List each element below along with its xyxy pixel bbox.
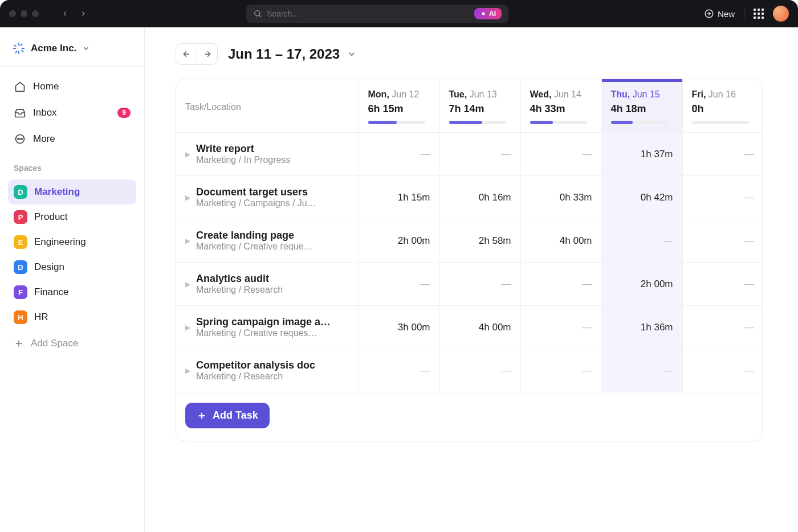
task-cell[interactable]: ▶ Spring campaign image a… Marketing / C… <box>176 306 359 349</box>
time-cell[interactable]: 2h 00m <box>601 263 682 306</box>
nav-label: More <box>33 133 55 145</box>
time-cell[interactable]: — <box>439 349 520 392</box>
time-cell[interactable]: 4h 00m <box>520 219 601 263</box>
task-path: Marketing / Creative reque… <box>196 242 349 252</box>
task-title: Document target users <box>196 186 349 198</box>
task-row: ▶ Competitor analysis doc Marketing / Re… <box>176 349 763 392</box>
more-icon <box>14 133 26 145</box>
time-cell[interactable]: — <box>359 263 439 306</box>
task-title: Analytics audit <box>196 273 349 285</box>
nav-inbox[interactable]: Inbox 9 <box>8 101 136 125</box>
svg-rect-10 <box>14 44 17 47</box>
task-cell[interactable]: ▶ Write report Marketing / In Progress <box>176 133 359 176</box>
time-cell[interactable]: 3h 00m <box>359 306 439 349</box>
sidebar-space-product[interactable]: PProduct <box>8 204 136 230</box>
time-cell[interactable]: 0h 42m <box>601 176 682 219</box>
time-cell[interactable]: — <box>520 349 601 392</box>
workspace-name: Acme Inc. <box>31 43 76 54</box>
time-cell[interactable]: — <box>439 133 520 176</box>
day-header[interactable]: Fri, Jun 16 0h <box>682 79 763 133</box>
expand-caret-icon[interactable]: ▶ <box>185 194 190 202</box>
divider <box>744 7 744 20</box>
spaces-section-label: Spaces <box>8 153 136 177</box>
add-space-label: Add Space <box>31 338 78 349</box>
task-cell[interactable]: ▶ Competitor analysis doc Marketing / Re… <box>176 349 359 392</box>
time-cell[interactable]: — <box>601 219 682 263</box>
workspace-logo-icon <box>13 42 25 55</box>
traffic-dot[interactable] <box>9 10 16 17</box>
day-header[interactable]: Mon, Jun 12 6h 15m <box>359 79 439 133</box>
task-cell[interactable]: ▶ Create landing page Marketing / Creati… <box>176 219 359 263</box>
time-cell[interactable]: — <box>682 349 763 392</box>
apps-grid-icon[interactable] <box>754 9 764 19</box>
time-cell[interactable]: 0h 33m <box>520 176 601 219</box>
day-header[interactable]: Thu, Jun 15 4h 18m <box>601 79 682 133</box>
search-input[interactable] <box>267 9 470 18</box>
expand-caret-icon[interactable]: ▶ <box>185 280 190 288</box>
space-name: Engineering <box>34 236 86 248</box>
search-icon <box>253 9 262 18</box>
sidebar-space-design[interactable]: DDesign <box>8 255 136 280</box>
space-name: HR <box>34 312 48 323</box>
day-header[interactable]: Tue, Jun 13 7h 14m <box>439 79 520 133</box>
task-cell[interactable]: ▶ Analytics audit Marketing / Research <box>176 263 359 306</box>
nav-more[interactable]: More <box>8 127 136 151</box>
sidebar-space-finance[interactable]: FFinance <box>8 280 136 305</box>
ai-button[interactable]: AI <box>474 8 502 19</box>
expand-caret-icon[interactable]: ▶ <box>185 150 190 158</box>
time-cell[interactable]: — <box>682 219 763 263</box>
search-input-container[interactable]: AI <box>246 5 508 23</box>
workspace-switcher[interactable]: Acme Inc. <box>8 36 136 60</box>
nav-forward-button[interactable] <box>75 6 91 22</box>
task-row: ▶ Spring campaign image a… Marketing / C… <box>176 306 763 349</box>
time-cell[interactable]: — <box>520 133 601 176</box>
next-week-button[interactable] <box>197 44 217 64</box>
time-cell[interactable]: — <box>439 263 520 306</box>
date-range-picker[interactable]: Jun 11 – 17, 2023 <box>228 46 357 62</box>
space-name: Product <box>34 211 68 223</box>
space-name: Design <box>34 261 64 273</box>
svg-point-15 <box>18 138 19 140</box>
time-cell[interactable]: 4h 00m <box>439 306 520 349</box>
sidebar-space-marketing[interactable]: DMarketing <box>8 179 136 204</box>
sidebar-space-hr[interactable]: HHR <box>8 305 136 330</box>
time-cell[interactable]: — <box>520 263 601 306</box>
time-cell[interactable]: — <box>682 133 763 176</box>
time-cell[interactable]: — <box>682 263 763 306</box>
time-cell[interactable]: 0h 16m <box>439 176 520 219</box>
svg-point-17 <box>22 138 23 140</box>
time-cell[interactable]: 1h 37m <box>601 133 682 176</box>
home-icon <box>14 80 26 93</box>
nav-back-button[interactable] <box>57 6 73 22</box>
time-cell[interactable]: — <box>359 133 439 176</box>
traffic-dot[interactable] <box>32 10 39 17</box>
svg-rect-11 <box>21 50 24 52</box>
svg-point-0 <box>255 11 260 16</box>
space-name: Finance <box>34 287 68 298</box>
nav-home[interactable]: Home <box>8 75 136 99</box>
plus-icon <box>197 411 207 421</box>
time-cell[interactable]: — <box>520 306 601 349</box>
new-button[interactable]: New <box>704 9 735 19</box>
expand-caret-icon[interactable]: ▶ <box>185 367 190 375</box>
expand-caret-icon[interactable]: ▶ <box>185 237 190 245</box>
time-cell[interactable]: — <box>682 176 763 219</box>
prev-week-button[interactable] <box>176 44 197 64</box>
time-cell[interactable]: — <box>682 306 763 349</box>
time-cell[interactable]: — <box>359 349 439 392</box>
expand-caret-icon[interactable]: ▶ <box>185 324 190 332</box>
day-header[interactable]: Wed, Jun 14 4h 33m <box>520 79 601 133</box>
time-cell[interactable]: 1h 36m <box>601 306 682 349</box>
time-cell[interactable]: 2h 58m <box>439 219 520 263</box>
task-cell[interactable]: ▶ Document target users Marketing / Camp… <box>176 176 359 219</box>
sidebar-space-engineering[interactable]: EEngineering <box>8 230 136 255</box>
time-cell[interactable]: — <box>601 349 682 392</box>
add-space-button[interactable]: Add Space <box>8 332 136 355</box>
chevron-down-icon <box>347 49 357 59</box>
svg-line-1 <box>259 15 261 17</box>
traffic-dot[interactable] <box>21 10 27 17</box>
time-cell[interactable]: 2h 00m <box>359 219 439 263</box>
avatar[interactable] <box>773 6 789 22</box>
add-task-button[interactable]: Add Task <box>185 403 270 428</box>
time-cell[interactable]: 1h 15m <box>359 176 439 219</box>
